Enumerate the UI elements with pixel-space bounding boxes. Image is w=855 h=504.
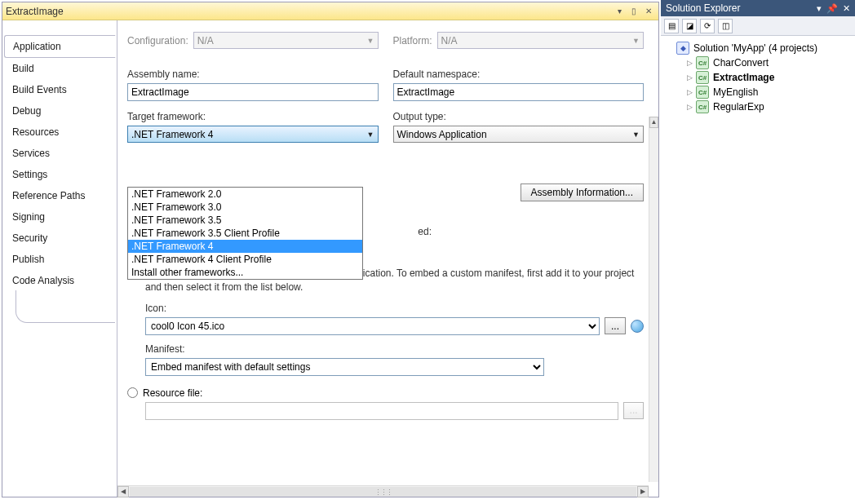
output-type-combo[interactable]: Windows Application ▼ <box>393 126 645 143</box>
tab-settings[interactable]: Settings <box>4 164 115 185</box>
view-code-icon[interactable]: ◫ <box>718 19 733 33</box>
solution-label: Solution 'MyApp' (4 projects) <box>693 42 817 54</box>
close-icon[interactable]: ✕ <box>843 3 850 14</box>
framework-option[interactable]: .NET Framework 2.0 <box>128 188 362 201</box>
tab-security[interactable]: Security <box>4 228 115 249</box>
chevron-down-icon: ▼ <box>367 130 374 139</box>
framework-option[interactable]: .NET Framework 4 <box>128 240 362 253</box>
tab-code-analysis[interactable]: Code Analysis <box>4 270 115 291</box>
form-area: Configuration: N/A ▼ Platform: N/A ▼ <box>117 20 658 497</box>
close-icon[interactable]: ✕ <box>642 5 655 18</box>
csharp-project-icon: C# <box>696 86 709 99</box>
platform-label: Platform: <box>393 35 432 46</box>
assembly-name-input[interactable] <box>127 83 379 101</box>
refresh-icon[interactable]: ⟳ <box>700 19 715 33</box>
target-framework-label: Target framework: <box>127 111 379 122</box>
scroll-left-icon[interactable]: ◀ <box>117 486 129 497</box>
csharp-project-icon: C# <box>696 56 709 69</box>
project-properties-window: ExtractImage ▾ ▯ ✕ Application Build Bui… <box>2 2 659 497</box>
framework-option[interactable]: .NET Framework 3.5 Client Profile <box>128 227 362 240</box>
solution-node[interactable]: ◆ Solution 'MyApp' (4 projects) <box>664 41 852 55</box>
scroll-up-icon[interactable]: ▲ <box>649 117 658 128</box>
window-title: ExtractImage <box>6 6 611 17</box>
framework-option[interactable]: .NET Framework 4 Client Profile <box>128 253 362 266</box>
manifest-label: Manifest: <box>145 343 644 355</box>
project-node[interactable]: ▷C#MyEnglish <box>684 85 852 99</box>
project-label: ExtractImage <box>713 72 774 83</box>
target-framework-combo[interactable]: .NET Framework 4 ▼ <box>127 126 379 143</box>
platform-combo: N/A ▼ <box>437 32 644 49</box>
title-bar: ExtractImage ▾ ▯ ✕ <box>2 2 658 20</box>
expand-icon[interactable]: ▷ <box>685 103 693 111</box>
tab-strip: Application Build Build Events Debug Res… <box>2 20 117 497</box>
expand-icon[interactable]: ▷ <box>685 73 693 82</box>
assembly-information-button[interactable]: Assembly Information... <box>521 183 644 201</box>
icon-label: Icon: <box>145 303 644 314</box>
window-menu-icon[interactable]: ▾ <box>613 5 626 18</box>
csharp-project-icon: C# <box>696 71 709 84</box>
tab-services[interactable]: Services <box>4 143 115 164</box>
solution-tree: ◆ Solution 'MyApp' (4 projects) ▷C#CharC… <box>661 36 855 504</box>
icon-combo[interactable]: cool0 Icon 45.ico <box>145 317 600 335</box>
resource-file-browse-button: ... <box>623 402 644 419</box>
framework-option[interactable]: .NET Framework 3.5 <box>128 214 362 227</box>
window-menu-icon[interactable]: ▾ <box>817 3 822 14</box>
platform-value: N/A <box>441 35 458 46</box>
globe-icon <box>631 320 644 333</box>
chevron-down-icon: ▼ <box>632 130 640 139</box>
configuration-value: N/A <box>197 35 214 46</box>
scroll-right-icon[interactable]: ▶ <box>637 486 649 497</box>
tab-curve <box>16 290 115 323</box>
resource-file-label: Resource file: <box>143 387 202 399</box>
project-label: RegularExp <box>713 101 764 113</box>
framework-option[interactable]: Install other frameworks... <box>128 266 362 279</box>
project-label: CharConvert <box>713 57 769 69</box>
target-framework-dropdown[interactable]: .NET Framework 2.0.NET Framework 3.0.NET… <box>127 187 363 280</box>
expand-icon[interactable]: ▷ <box>685 88 693 96</box>
tab-resources[interactable]: Resources <box>4 122 115 143</box>
icon-browse-button[interactable]: ... <box>605 317 626 334</box>
solution-explorer-panel: Solution Explorer ▾ 📌 ✕ ▤ ◪ ⟳ ◫ ◆ Soluti… <box>661 0 855 504</box>
manifest-combo[interactable]: Embed manifest with default settings <box>145 358 544 376</box>
pin-icon[interactable]: ▯ <box>627 5 640 18</box>
output-type-value: Windows Application <box>397 129 487 140</box>
output-type-label: Output type: <box>393 111 645 122</box>
show-all-files-icon[interactable]: ◪ <box>682 19 697 33</box>
tab-application[interactable]: Application <box>4 35 116 58</box>
default-namespace-label: Default namespace: <box>393 69 645 80</box>
solution-icon: ◆ <box>676 42 689 55</box>
properties-icon[interactable]: ▤ <box>664 19 679 33</box>
expand-icon[interactable]: ▷ <box>685 59 693 67</box>
project-node[interactable]: ▷C#RegularExp <box>684 99 852 114</box>
configuration-label: Configuration: <box>127 35 188 46</box>
chevron-down-icon: ▼ <box>632 37 640 45</box>
project-node[interactable]: ▷C#CharConvert <box>684 55 852 70</box>
configuration-combo: N/A ▼ <box>193 32 379 49</box>
workspace: Application Build Build Events Debug Res… <box>2 20 658 497</box>
assembly-name-label: Assembly name: <box>127 69 379 80</box>
tab-signing[interactable]: Signing <box>4 206 115 228</box>
pin-icon[interactable]: 📌 <box>826 3 838 14</box>
target-framework-value: .NET Framework 4 <box>131 129 213 140</box>
chevron-down-icon: ▼ <box>367 37 374 45</box>
project-node[interactable]: ▷C#ExtractImage <box>684 70 852 85</box>
expand-icon[interactable] <box>666 44 674 52</box>
tab-debug[interactable]: Debug <box>4 100 115 122</box>
resource-file-input <box>145 402 618 420</box>
tab-build[interactable]: Build <box>4 58 115 79</box>
csharp-project-icon: C# <box>696 100 709 113</box>
solution-explorer-header: Solution Explorer ▾ 📌 ✕ <box>661 0 855 16</box>
vertical-scrollbar[interactable]: ▲ <box>649 117 658 482</box>
tab-reference-paths[interactable]: Reference Paths <box>4 185 115 206</box>
solution-explorer-toolbar: ▤ ◪ ⟳ ◫ <box>661 16 855 36</box>
horizontal-scrollbar[interactable]: ◀ ⋮⋮⋮ ▶ <box>117 485 649 497</box>
framework-option[interactable]: .NET Framework 3.0 <box>128 201 362 214</box>
resource-file-radio[interactable] <box>127 387 138 398</box>
tab-publish[interactable]: Publish <box>4 249 115 270</box>
scroll-thumb[interactable]: ⋮⋮⋮ <box>130 487 636 497</box>
tab-build-events[interactable]: Build Events <box>4 79 115 100</box>
solution-explorer-title: Solution Explorer <box>666 2 812 14</box>
project-label: MyEnglish <box>713 86 758 98</box>
default-namespace-input[interactable] <box>393 83 645 101</box>
